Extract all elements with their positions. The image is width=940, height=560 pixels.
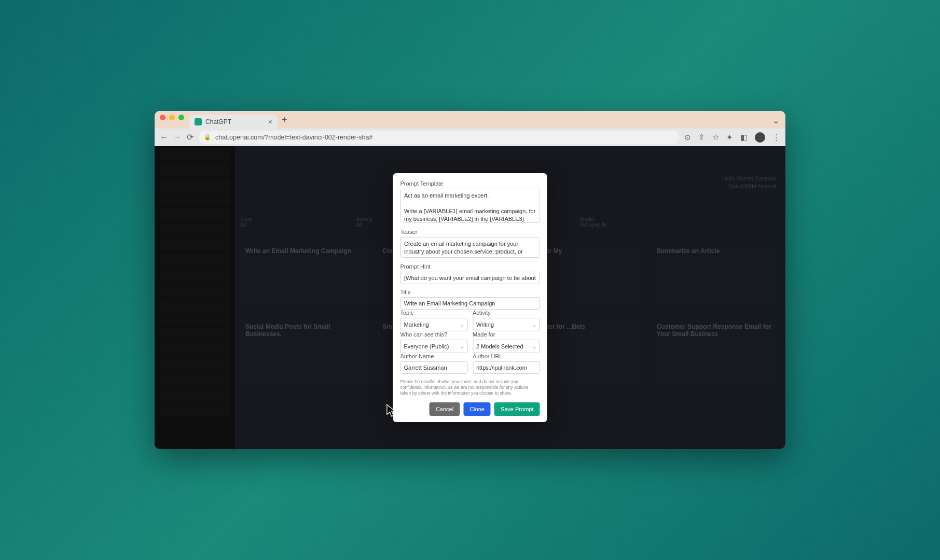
page-content: Hello, Garrett Sussman Your AIPRM Accoun… [155,146,785,449]
chevron-down-icon: ⌄ [460,321,464,327]
search-icon[interactable]: ⊙ [684,133,691,142]
profile-avatar[interactable] [755,132,765,143]
author-label: Author Name [400,353,468,359]
reload-button[interactable]: ⟳ [187,132,193,142]
hint-input[interactable] [400,272,540,284]
modal-button-row: Cancel Clone Save Prompt [400,402,540,416]
teaser-label: Teaser [400,229,540,235]
template-textarea[interactable] [400,189,540,223]
activity-select[interactable]: Writing ⌄ [473,318,540,331]
chevron-down-icon: ⌄ [460,343,464,349]
url-text: chat.openai.com/?model=text-davinci-002-… [215,134,372,141]
madefor-select[interactable]: 2 Models Selected ⌄ [473,340,540,353]
browser-window: ChatGPT × + ⌄ ← → ⟳ 🔒 chat.openai.com/?m… [155,111,785,449]
toolbar-icons: ⊙ ⇪ ☆ ✦ ◧ ⋮ [684,132,780,143]
menu-icon[interactable]: ⋮ [772,133,780,142]
clone-button[interactable]: Clone [463,402,491,416]
favicon-icon [195,118,202,125]
tab-bar: ChatGPT × + ⌄ [155,111,785,129]
author-url-input[interactable] [473,361,540,374]
tab-title: ChatGPT [205,118,231,125]
title-input[interactable] [400,297,540,310]
maximize-window-button[interactable] [178,115,184,120]
chevron-down-icon: ⌄ [532,321,536,327]
browser-toolbar: ← → ⟳ 🔒 chat.openai.com/?model=text-davi… [155,129,785,146]
extensions-icon[interactable]: ✦ [726,133,733,142]
sidepanel-icon[interactable]: ◧ [740,133,748,142]
close-tab-icon[interactable]: × [268,118,272,126]
author-url-label: Author URL [473,353,540,359]
cancel-button[interactable]: Cancel [430,402,460,416]
new-tab-button[interactable]: + [282,115,287,125]
hint-label: Prompt Hint [400,263,540,270]
window-controls [159,115,187,125]
visibility-select[interactable]: Everyone (Public) ⌄ [400,340,468,353]
lock-icon: 🔒 [204,134,211,141]
topic-label: Topic [400,310,468,316]
save-prompt-button[interactable]: Save Prompt [494,402,540,416]
template-label: Prompt Template [400,180,540,187]
prompt-template-modal: Prompt Template Teaser Prompt Hint Title… [393,173,547,422]
topic-select[interactable]: Marketing ⌄ [400,318,468,331]
bookmark-icon[interactable]: ☆ [712,133,719,142]
forward-button[interactable]: → [173,133,182,142]
back-button[interactable]: ← [160,133,168,142]
author-input[interactable] [400,361,468,374]
browser-tab[interactable]: ChatGPT × [189,115,278,129]
teaser-textarea[interactable] [400,237,540,258]
share-icon[interactable]: ⇪ [698,133,705,142]
madefor-label: Made for [473,331,540,338]
disclaimer-text: Please be mindful of what you share, and… [400,379,540,396]
chevron-down-icon: ⌄ [532,343,536,349]
visibility-label: Who can see this? [400,331,468,338]
url-bar[interactable]: 🔒 chat.openai.com/?model=text-davinci-00… [199,131,679,144]
activity-label: Activity [473,310,540,316]
title-label: Title [400,289,540,295]
close-window-button[interactable] [160,115,165,120]
tabs-dropdown-icon[interactable]: ⌄ [772,116,779,125]
minimize-window-button[interactable] [169,115,175,120]
